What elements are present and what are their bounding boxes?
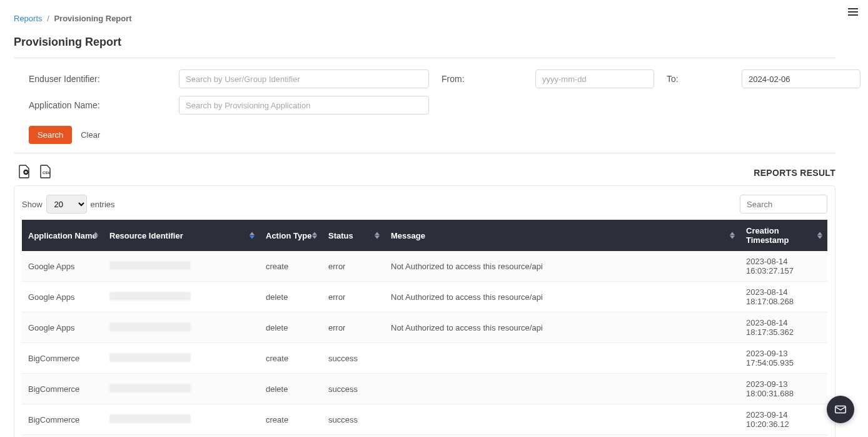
svg-rect-2: [835, 406, 846, 413]
cell-application-name: BigCommerce: [22, 374, 103, 404]
cell-creation-timestamp: 2023-08-14 16:03:27.157: [740, 251, 827, 282]
export-pdf-icon[interactable]: [18, 165, 30, 180]
cell-creation-timestamp: 2023-08-14 18:17:08.268: [740, 282, 827, 312]
cell-status: success: [322, 435, 385, 438]
cell-application-name: BigCommerce: [22, 343, 103, 374]
clear-button[interactable]: Clear: [81, 130, 100, 140]
show-label: Show: [22, 200, 43, 209]
table-row: Google AppsdeleteerrorNot Authorized to …: [22, 282, 827, 312]
cell-action-type: delete: [260, 282, 322, 312]
cell-resource-identifier: [103, 343, 260, 374]
cell-status: success: [322, 343, 385, 374]
col-header-message[interactable]: Message: [385, 220, 740, 251]
col-header-action-type[interactable]: Action Type: [260, 220, 322, 251]
cell-application-name: Google Apps: [22, 312, 103, 343]
sort-icon: [817, 232, 822, 239]
cell-status: success: [322, 374, 385, 404]
cell-application-name: Google Apps: [22, 251, 103, 282]
cell-message: [385, 343, 740, 374]
cell-creation-timestamp: 2023-09-14 10:20:36.12: [740, 404, 827, 435]
cell-resource-identifier: [103, 374, 260, 404]
mail-icon: [834, 403, 847, 416]
cell-message: Not Authorized to access this resource/a…: [385, 312, 740, 343]
cell-message: [385, 374, 740, 404]
cell-application-name: BigCommerce: [22, 404, 103, 435]
cell-resource-identifier: [103, 435, 260, 438]
enduser-identifier-input[interactable]: [179, 69, 429, 88]
cell-creation-timestamp: 2023-09-13 17:54:05.935: [740, 343, 827, 374]
breadcrumb-separator: /: [47, 14, 49, 23]
cell-creation-timestamp: 2023-08-14 18:17:35.362: [740, 312, 827, 343]
sort-icon: [93, 232, 98, 239]
cell-application-name: Google Apps: [22, 282, 103, 312]
breadcrumb: Reports / Provisioning Report: [14, 14, 835, 23]
cell-resource-identifier: [103, 251, 260, 282]
from-date-input[interactable]: [535, 69, 654, 88]
cell-message: Not Authorized to access this resource/a…: [385, 251, 740, 282]
col-header-creation-timestamp[interactable]: Creation Timestamp: [740, 220, 827, 251]
cell-creation-timestamp: 2023-09-13 18:00:31.688: [740, 374, 827, 404]
cell-action-type: delete: [260, 374, 322, 404]
svg-text:CSV: CSV: [43, 171, 50, 175]
application-name-label: Application Name:: [29, 100, 166, 110]
search-button[interactable]: Search: [29, 126, 72, 144]
col-header-status[interactable]: Status: [322, 220, 385, 251]
to-date-input[interactable]: [742, 69, 860, 88]
sort-icon: [312, 232, 317, 239]
results-table-card: Show 20 entries Application Name Resourc…: [14, 185, 835, 437]
sort-icon: [375, 232, 380, 239]
cell-status: error: [322, 251, 385, 282]
from-date-label: From:: [442, 74, 523, 84]
cell-status: success: [322, 404, 385, 435]
cell-status: error: [322, 282, 385, 312]
cell-resource-identifier: [103, 404, 260, 435]
table-row: BigCommercedeletesuccess2023-09-13 18:00…: [22, 374, 827, 404]
cell-message: Not Authorized to access this resource/a…: [385, 282, 740, 312]
cell-action-type: create: [260, 251, 322, 282]
sort-icon: [730, 232, 735, 239]
cell-resource-identifier: [103, 312, 260, 343]
cell-action-type: delete: [260, 312, 322, 343]
col-header-resource-identifier[interactable]: Resource Identifier: [103, 220, 260, 251]
cell-creation-timestamp: 2023-09-14 10:22:44.169: [740, 435, 827, 438]
divider: [14, 153, 835, 153]
results-table: Application Name Resource Identifier Act…: [22, 220, 827, 437]
col-header-application-name[interactable]: Application Name: [22, 220, 103, 251]
table-search-input[interactable]: [740, 195, 827, 213]
sort-icon: [250, 232, 255, 239]
table-row: BigCommercedeletesuccess2023-09-14 10:22…: [22, 435, 827, 438]
cell-resource-identifier: [103, 282, 260, 312]
cell-message: [385, 404, 740, 435]
table-row: BigCommercecreatesuccess2023-09-14 10:20…: [22, 404, 827, 435]
table-row: Google AppscreateerrorNot Authorized to …: [22, 251, 827, 282]
application-name-input[interactable]: [179, 96, 429, 115]
chat-support-button[interactable]: [827, 396, 854, 423]
export-csv-icon[interactable]: CSV: [39, 165, 51, 180]
divider: [14, 58, 835, 58]
table-row: Google AppsdeleteerrorNot Authorized to …: [22, 312, 827, 343]
cell-message: [385, 435, 740, 438]
cell-status: error: [322, 312, 385, 343]
cell-application-name: BigCommerce: [22, 435, 103, 438]
hamburger-menu-button[interactable]: [848, 6, 862, 18]
cell-action-type: delete: [260, 435, 322, 438]
cell-action-type: create: [260, 404, 322, 435]
reports-result-label: REPORTS RESULT: [754, 168, 835, 178]
to-date-label: To:: [667, 74, 729, 84]
entries-label: entries: [91, 200, 115, 209]
breadcrumb-root-link[interactable]: Reports: [14, 14, 43, 23]
page-size-select[interactable]: 20: [46, 195, 87, 213]
cell-action-type: create: [260, 343, 322, 374]
enduser-identifier-label: Enduser Identifier:: [29, 74, 166, 84]
table-row: BigCommercecreatesuccess2023-09-13 17:54…: [22, 343, 827, 374]
breadcrumb-current: Provisioning Report: [54, 14, 131, 23]
page-title: Provisioning Report: [14, 36, 835, 49]
